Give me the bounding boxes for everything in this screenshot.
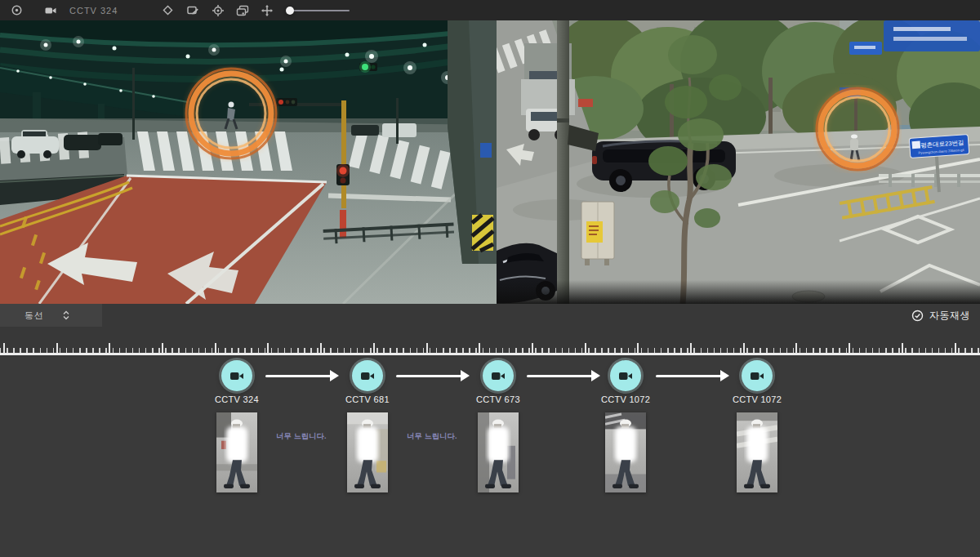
flow-arrow-2 <box>396 370 470 381</box>
utility-box <box>581 202 614 265</box>
autoplay-label: 자동재생 <box>929 309 970 323</box>
person-thumbnail-4[interactable] <box>605 412 646 492</box>
cctv-node-label: CCTV 681 <box>323 394 412 404</box>
camera-label: CCTV 324 <box>69 6 118 16</box>
diamond-icon[interactable] <box>160 3 175 18</box>
slider-track <box>289 10 350 11</box>
playback-slider[interactable] <box>286 6 350 16</box>
flow-arrow-1 <box>265 370 339 381</box>
video-feed-right[interactable]: 평촌대로23번길 Pyeongchon-daero 23beon-gil <box>497 20 980 304</box>
daytime-street-scene: 평촌대로23번길 Pyeongchon-daero 23beon-gil <box>497 20 980 304</box>
person-thumbnail-5[interactable] <box>737 412 777 492</box>
camera-node-icon <box>750 368 764 383</box>
playback-control-bar: 동선 자동재생 <box>0 304 980 327</box>
cctv-node-label: CCTV 1072 <box>581 394 670 404</box>
cctv-node-3[interactable] <box>483 360 514 391</box>
camera-node-icon <box>491 368 506 383</box>
check-circle-icon <box>911 310 924 322</box>
cctv-node-4[interactable] <box>610 360 641 391</box>
dropdown-chevrons-icon <box>62 310 70 320</box>
person-thumbnail-2[interactable] <box>347 412 388 492</box>
video-feed-row: 평촌대로23번길 Pyeongchon-daero 23beon-gil <box>0 20 980 304</box>
camera-node-icon <box>229 368 244 383</box>
cctv-node-label: CCTV 324 <box>192 394 282 404</box>
timeline-ruler[interactable] <box>0 327 980 357</box>
flow-arrow-4 <box>656 370 729 381</box>
target-icon[interactable] <box>211 3 225 18</box>
autoplay-toggle[interactable]: 자동재생 <box>911 309 970 323</box>
annotation-icon[interactable] <box>185 3 200 18</box>
route-annotation-2: 너무 느립니다. <box>383 431 481 442</box>
cctv-node-label: CCTV 1072 <box>712 394 802 404</box>
route-flow-panel: CCTV 324 CCTV 681 CCTV 673 CCTV 1072 CCT… <box>0 357 980 557</box>
route-dropdown-label: 동선 <box>24 310 44 322</box>
cctv-node-5[interactable] <box>742 360 773 391</box>
pan-move-icon[interactable] <box>260 3 274 18</box>
cctv-node-label: CCTV 673 <box>453 394 543 404</box>
cctv-monitoring-app: CCTV 324 <box>0 0 980 557</box>
night-intersection-scene <box>0 20 497 304</box>
route-annotation-1: 너무 느립니다. <box>252 431 350 442</box>
route-type-dropdown[interactable]: 동선 <box>0 304 102 327</box>
record-dot-icon[interactable] <box>9 3 24 18</box>
cctv-node-1[interactable] <box>221 360 252 391</box>
video-feed-left[interactable] <box>0 20 497 304</box>
video-camera-icon[interactable] <box>43 3 58 18</box>
ruler-ticks <box>0 341 980 355</box>
person-thumbnail-3[interactable] <box>478 412 519 492</box>
person-thumbnail-1[interactable] <box>216 412 257 492</box>
cctv-node-2[interactable] <box>352 360 383 391</box>
top-toolbar: CCTV 324 <box>0 0 980 20</box>
camera-node-icon <box>618 368 633 383</box>
camera-node-icon <box>360 368 375 383</box>
flow-arrow-3 <box>527 370 600 381</box>
multi-view-icon[interactable] <box>235 3 250 18</box>
slider-thumb[interactable] <box>286 7 294 15</box>
